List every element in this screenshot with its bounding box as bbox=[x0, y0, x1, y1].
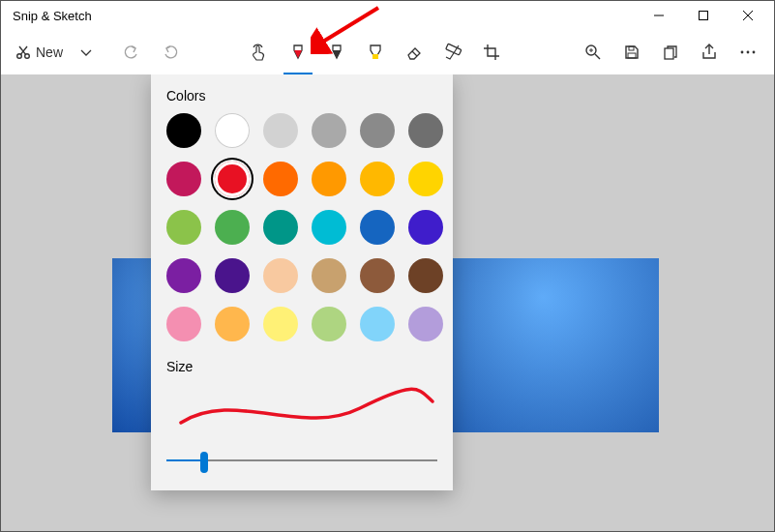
color-swatch[interactable] bbox=[360, 210, 395, 245]
ruler-icon bbox=[443, 43, 462, 62]
svg-point-19 bbox=[747, 51, 750, 54]
svg-line-7 bbox=[19, 46, 26, 54]
color-swatch[interactable] bbox=[360, 258, 395, 293]
color-swatch[interactable] bbox=[312, 113, 346, 148]
more-button[interactable] bbox=[730, 34, 766, 71]
share-icon bbox=[700, 44, 718, 61]
redo-icon bbox=[162, 44, 179, 61]
touch-icon bbox=[250, 43, 269, 62]
color-swatch[interactable] bbox=[215, 258, 250, 293]
color-swatch[interactable] bbox=[263, 307, 298, 341]
chevron-down-icon bbox=[80, 46, 92, 58]
svg-point-20 bbox=[753, 51, 756, 54]
canvas-area[interactable]: Colors Size bbox=[1, 74, 774, 531]
color-swatch[interactable] bbox=[166, 210, 201, 245]
maximize-button[interactable] bbox=[681, 1, 726, 30]
svg-line-12 bbox=[595, 54, 600, 59]
color-swatch[interactable] bbox=[263, 162, 298, 196]
color-swatch[interactable] bbox=[215, 113, 250, 148]
crop-icon bbox=[482, 43, 501, 62]
color-swatch[interactable] bbox=[360, 113, 395, 148]
close-button[interactable] bbox=[726, 1, 770, 30]
titlebar: Snip & Sketch bbox=[1, 1, 774, 30]
save-icon bbox=[623, 44, 641, 61]
svg-rect-16 bbox=[628, 53, 636, 58]
highlighter-icon bbox=[366, 43, 385, 62]
size-preview bbox=[166, 384, 437, 432]
pen-settings-popup: Colors Size bbox=[151, 74, 453, 490]
color-swatch[interactable] bbox=[312, 162, 346, 196]
svg-rect-17 bbox=[665, 48, 673, 59]
color-swatch[interactable] bbox=[408, 307, 443, 341]
zoom-icon bbox=[584, 44, 602, 61]
eraser-icon bbox=[404, 43, 424, 62]
ballpoint-pen-button[interactable] bbox=[280, 34, 316, 71]
copy-icon bbox=[662, 44, 679, 61]
color-swatch[interactable] bbox=[166, 307, 201, 341]
eraser-button[interactable] bbox=[396, 34, 432, 71]
size-slider[interactable] bbox=[166, 450, 437, 471]
color-swatch[interactable] bbox=[263, 210, 298, 245]
color-swatch[interactable] bbox=[312, 307, 346, 341]
minimize-button[interactable] bbox=[637, 1, 681, 30]
color-swatch[interactable] bbox=[166, 113, 201, 148]
save-button[interactable] bbox=[613, 34, 650, 71]
pen-black-icon bbox=[327, 43, 346, 62]
svg-rect-1 bbox=[700, 12, 708, 20]
pen-red-icon bbox=[288, 43, 308, 62]
zoom-button[interactable] bbox=[575, 34, 611, 71]
color-swatch[interactable] bbox=[166, 162, 201, 196]
new-snip-dropdown[interactable] bbox=[75, 34, 98, 71]
color-swatch[interactable] bbox=[215, 210, 250, 245]
color-swatch[interactable] bbox=[263, 258, 298, 293]
color-swatch-grid bbox=[166, 113, 437, 341]
colors-heading: Colors bbox=[166, 88, 437, 103]
toolbar: New bbox=[1, 30, 774, 74]
copy-button[interactable] bbox=[652, 34, 689, 71]
window-title: Snip & Sketch bbox=[13, 9, 92, 23]
svg-rect-8 bbox=[373, 54, 378, 59]
crop-button[interactable] bbox=[473, 34, 510, 71]
color-swatch[interactable] bbox=[312, 258, 346, 293]
svg-point-18 bbox=[741, 51, 744, 54]
share-button[interactable] bbox=[691, 34, 728, 71]
svg-line-9 bbox=[412, 51, 417, 56]
new-snip-button[interactable]: New bbox=[9, 34, 73, 71]
undo-icon bbox=[123, 44, 140, 61]
color-swatch[interactable] bbox=[263, 113, 298, 148]
color-swatch[interactable] bbox=[215, 307, 250, 341]
color-swatch[interactable] bbox=[408, 162, 443, 196]
redo-button[interactable] bbox=[152, 34, 189, 71]
color-swatch[interactable] bbox=[408, 210, 443, 245]
color-swatch[interactable] bbox=[408, 113, 443, 148]
scissors-icon bbox=[15, 44, 32, 61]
more-icon bbox=[739, 44, 757, 61]
color-swatch[interactable] bbox=[312, 210, 346, 245]
new-label: New bbox=[36, 44, 63, 60]
color-swatch[interactable] bbox=[215, 162, 250, 196]
size-heading: Size bbox=[166, 359, 437, 374]
highlighter-button[interactable] bbox=[357, 34, 394, 71]
touch-writing-button[interactable] bbox=[241, 34, 278, 71]
color-swatch[interactable] bbox=[408, 258, 443, 293]
color-swatch[interactable] bbox=[166, 258, 201, 293]
pencil-button[interactable] bbox=[318, 34, 355, 71]
ruler-button[interactable] bbox=[434, 34, 471, 71]
svg-line-6 bbox=[20, 46, 27, 54]
undo-button[interactable] bbox=[113, 34, 150, 71]
color-swatch[interactable] bbox=[360, 162, 395, 196]
color-swatch[interactable] bbox=[360, 307, 395, 341]
